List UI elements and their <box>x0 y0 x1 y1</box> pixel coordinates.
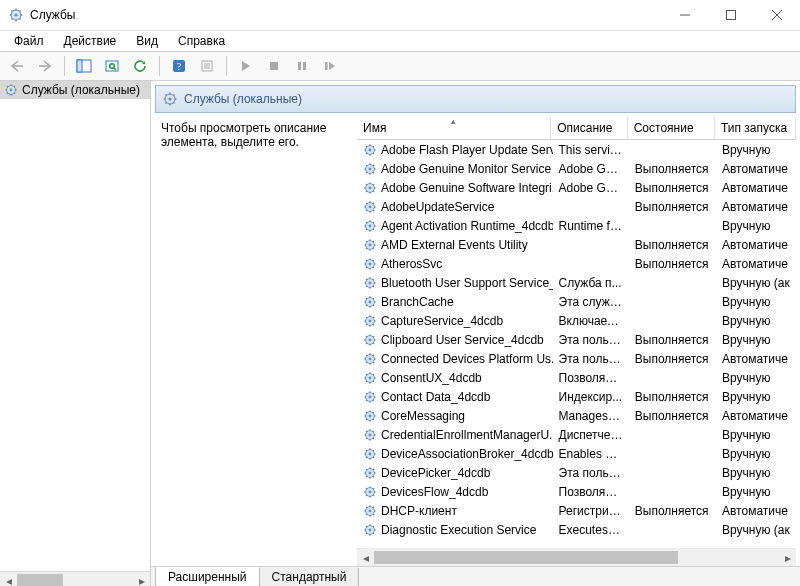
service-description: Индексир... <box>553 390 629 404</box>
help-button[interactable]: ? <box>166 54 192 78</box>
menu-file[interactable]: Файл <box>4 32 54 50</box>
column-header-description[interactable]: Описание <box>551 117 627 139</box>
description-text-line1: Чтобы просмотреть описание <box>161 121 351 135</box>
start-service-button[interactable] <box>233 54 259 78</box>
service-gear-icon <box>363 523 377 537</box>
menubar: Файл Действие Вид Справка <box>0 31 800 52</box>
svg-rect-17 <box>77 60 82 72</box>
toolbar-separator <box>64 56 65 76</box>
service-state: Выполняется <box>629 333 716 347</box>
service-name: AdobeUpdateService <box>381 200 494 214</box>
service-description: Позволяет... <box>553 371 629 385</box>
service-row[interactable]: DHCP-клиентРегистрир...ВыполняетсяАвтома… <box>357 501 796 520</box>
close-button[interactable] <box>754 0 800 30</box>
pause-service-button[interactable] <box>289 54 315 78</box>
tree-root-label: Службы (локальные) <box>22 83 140 97</box>
service-name: CaptureService_4dcdb <box>381 314 503 328</box>
scroll-left-icon[interactable]: ◂ <box>0 572 17 586</box>
service-row[interactable]: Adobe Flash Player Update Servi...This s… <box>357 140 796 159</box>
column-header-state[interactable]: Состояние <box>628 117 715 139</box>
service-state: Выполняется <box>629 409 716 423</box>
service-startup-type: Автоматиче <box>716 162 796 176</box>
tree-pane: Службы (локальные) ◂ ▸ <box>0 81 151 586</box>
list-horizontal-scrollbar[interactable]: ◂ ▸ <box>357 548 796 566</box>
service-description: This servic... <box>553 143 629 157</box>
service-state: Выполняется <box>629 162 716 176</box>
service-description: Позволяет... <box>553 485 629 499</box>
service-name: AMD External Events Utility <box>381 238 528 252</box>
service-row[interactable]: Agent Activation Runtime_4dcdbRuntime fo… <box>357 216 796 235</box>
column-header-startup[interactable]: Тип запуска <box>715 117 796 139</box>
tab-extended[interactable]: Расширенный <box>155 567 260 586</box>
refresh-button[interactable] <box>127 54 153 78</box>
service-gear-icon <box>363 485 377 499</box>
description-text-line2: элемента, выделите его. <box>161 135 351 149</box>
service-row[interactable]: Diagnostic Execution ServiceExecutes di.… <box>357 520 796 539</box>
service-row[interactable]: DevicesFlow_4dcdbПозволяет...Вручную <box>357 482 796 501</box>
service-row[interactable]: CaptureService_4dcdbВключает ...Вручную <box>357 311 796 330</box>
service-row[interactable]: Contact Data_4dcdbИндексир...Выполняется… <box>357 387 796 406</box>
stop-service-button[interactable] <box>261 54 287 78</box>
service-startup-type: Вручную <box>716 466 796 480</box>
back-button[interactable] <box>4 54 30 78</box>
show-hide-tree-button[interactable] <box>71 54 97 78</box>
export-list-button[interactable] <box>99 54 125 78</box>
sort-ascending-icon: ▴ <box>451 117 456 126</box>
service-startup-type: Вручную <box>716 428 796 442</box>
minimize-button[interactable] <box>662 0 708 30</box>
service-gear-icon <box>363 314 377 328</box>
service-gear-icon <box>363 352 377 366</box>
service-startup-type: Автоматиче <box>716 409 796 423</box>
service-row[interactable]: AMD External Events UtilityВыполняетсяАв… <box>357 235 796 254</box>
service-gear-icon <box>363 295 377 309</box>
service-row[interactable]: DeviceAssociationBroker_4dcdbEnables ap.… <box>357 444 796 463</box>
service-row[interactable]: DevicePicker_4dcdbЭта польз...Вручную <box>357 463 796 482</box>
service-startup-type: Автоматиче <box>716 257 796 271</box>
column-header-name[interactable]: ▴ Имя <box>357 117 551 139</box>
service-name: DevicePicker_4dcdb <box>381 466 490 480</box>
right-pane: Службы (локальные) Чтобы просмотреть опи… <box>151 81 800 586</box>
service-startup-type: Автоматиче <box>716 181 796 195</box>
properties-button[interactable] <box>194 54 220 78</box>
service-gear-icon <box>363 219 377 233</box>
menu-view[interactable]: Вид <box>126 32 168 50</box>
service-row[interactable]: CoreMessagingManages c...ВыполняетсяАвто… <box>357 406 796 425</box>
service-startup-type: Вручную <box>716 447 796 461</box>
service-row[interactable]: Adobe Genuine Software Integri...Adobe G… <box>357 178 796 197</box>
service-description: Эта польз... <box>553 352 629 366</box>
menu-help[interactable]: Справка <box>168 32 235 50</box>
service-row[interactable]: Connected Devices Platform Us...Эта поль… <box>357 349 796 368</box>
service-row[interactable]: Adobe Genuine Monitor ServiceAdobe Gen..… <box>357 159 796 178</box>
service-startup-type: Автоматиче <box>716 504 796 518</box>
service-row[interactable]: Clipboard User Service_4dcdbЭта польз...… <box>357 330 796 349</box>
service-row[interactable]: ConsentUX_4dcdbПозволяет...Вручную <box>357 368 796 387</box>
service-startup-type: Вручную (ак <box>716 276 796 290</box>
service-state: Выполняется <box>629 181 716 195</box>
svg-rect-28 <box>298 62 301 70</box>
service-description: Manages c... <box>553 409 629 423</box>
service-gear-icon <box>363 257 377 271</box>
tab-standard[interactable]: Стандартный <box>259 568 360 586</box>
service-row[interactable]: Bluetooth User Support Service_...Служба… <box>357 273 796 292</box>
panel-gear-icon <box>162 91 178 107</box>
service-startup-type: Автоматиче <box>716 200 796 214</box>
forward-button[interactable] <box>32 54 58 78</box>
service-state: Выполняется <box>629 257 716 271</box>
service-description: Служба п... <box>553 276 629 290</box>
service-startup-type: Вручную <box>716 485 796 499</box>
service-row[interactable]: BranchCacheЭта служб...Вручную <box>357 292 796 311</box>
restart-service-button[interactable] <box>317 54 343 78</box>
tree-horizontal-scrollbar[interactable]: ◂ ▸ <box>0 571 150 586</box>
maximize-button[interactable] <box>708 0 754 30</box>
service-row[interactable]: AtherosSvcВыполняетсяАвтоматиче <box>357 254 796 273</box>
service-description: Adobe Gen... <box>553 181 629 195</box>
service-name: Adobe Genuine Monitor Service <box>381 162 551 176</box>
tree-root-services[interactable]: Службы (локальные) <box>0 81 150 99</box>
scroll-right-icon[interactable]: ▸ <box>133 572 150 586</box>
scroll-right-icon[interactable]: ▸ <box>779 549 796 566</box>
titlebar: Службы <box>0 0 800 31</box>
menu-action[interactable]: Действие <box>54 32 127 50</box>
scroll-left-icon[interactable]: ◂ <box>357 549 374 566</box>
service-row[interactable]: AdobeUpdateServiceВыполняетсяАвтоматиче <box>357 197 796 216</box>
service-row[interactable]: CredentialEnrollmentManagerU...Диспетчер… <box>357 425 796 444</box>
